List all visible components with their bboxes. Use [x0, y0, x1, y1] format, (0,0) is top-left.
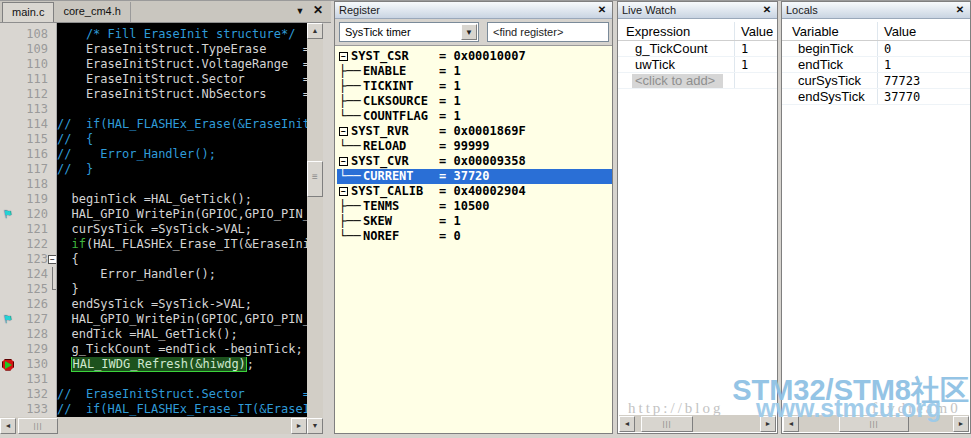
code-line[interactable]	[57, 372, 307, 387]
gutter-margin[interactable]	[0, 403, 16, 417]
tab-core-cm4-h[interactable]: core_cm4.h	[54, 2, 130, 22]
code-area[interactable]: /* Fill EraseInit structure*/ EraseInitS…	[57, 23, 307, 417]
gutter-line[interactable]: 126	[0, 297, 56, 312]
register-tree[interactable]: −SYST_CSR= 0x00010007├──ENABLE= 1├──TICK…	[335, 45, 612, 433]
watch-add-cell[interactable]: <click to add>	[618, 73, 735, 88]
code-line[interactable]: HAL_GPIO_WritePin(GPIOC,GPIO_PIN_	[57, 207, 307, 222]
code-line[interactable]: // }	[57, 162, 307, 177]
editor-vertical-scrollbar[interactable]: ▲ ▼	[307, 23, 323, 434]
column-header-expression[interactable]: Expression	[618, 22, 735, 40]
gutter-margin[interactable]	[0, 178, 16, 192]
scrollbar-track[interactable]	[635, 416, 760, 432]
code-line[interactable]: }	[57, 282, 307, 297]
gutter-margin[interactable]	[0, 103, 16, 117]
code-line[interactable]: // Error_Handler();	[57, 147, 307, 162]
scrollbar-thumb[interactable]	[641, 416, 693, 432]
scrollbar-track[interactable]	[16, 418, 291, 434]
gutter-line[interactable]: 109	[0, 42, 56, 57]
register-row[interactable]: └──CURRENT= 37720	[335, 169, 612, 184]
locals-horizontal-scrollbar[interactable]: ◄ ►	[783, 415, 969, 432]
code-line[interactable]: beginTick =HAL_GetTick();	[57, 192, 307, 207]
watch-add-row[interactable]: <click to add>	[618, 73, 777, 89]
gutter-line[interactable]: 113	[0, 102, 56, 117]
gutter-line[interactable]: 124	[0, 267, 56, 282]
fold-collapse-icon[interactable]: −	[48, 255, 57, 264]
code-line[interactable]: EraseInitStruct.NbSectors = 1	[57, 87, 307, 102]
code-line[interactable]	[57, 177, 307, 192]
register-row[interactable]: └──NOREF= 0	[335, 229, 612, 244]
gutter-margin[interactable]	[0, 88, 16, 102]
gutter-line[interactable]: 121	[0, 222, 56, 237]
scrollbar-track[interactable]	[307, 39, 323, 418]
code-line[interactable]: // if(HAL_FLASHEx_Erase_IT(&EraseI	[57, 402, 307, 417]
editor-close-icon[interactable]: ✕	[310, 3, 326, 17]
gutter-margin[interactable]	[0, 118, 16, 132]
code-line[interactable]: EraseInitStruct.VoltageRange = F	[57, 57, 307, 72]
watch-row[interactable]: g_TickCount1	[618, 41, 777, 57]
gutter-line[interactable]: 118	[0, 177, 56, 192]
gutter-line[interactable]: 117	[0, 162, 56, 177]
code-line[interactable]: g_TickCount =endTick -beginTick;	[57, 342, 307, 357]
local-row[interactable]: curSysTick77723	[782, 73, 970, 89]
tab-main-c[interactable]: main.c	[2, 2, 54, 22]
scroll-left-icon[interactable]: ◄	[0, 418, 16, 434]
scroll-down-icon[interactable]: ▼	[307, 418, 323, 434]
gutter-margin[interactable]	[0, 298, 16, 312]
gutter-line[interactable]: 131	[0, 372, 56, 387]
editor-gutter[interactable]: 108109110111112113114115116117118119⚑120…	[0, 23, 57, 417]
gutter-margin[interactable]	[0, 223, 16, 237]
gutter-margin[interactable]	[0, 43, 16, 57]
gutter-line[interactable]: 116	[0, 147, 56, 162]
column-header-value[interactable]: Value	[878, 24, 970, 39]
scrollbar-thumb[interactable]	[18, 418, 58, 434]
watch-row[interactable]: uwTick1	[618, 57, 777, 73]
scrollbar-thumb[interactable]	[307, 161, 323, 197]
register-row[interactable]: ├──ENABLE= 1	[335, 64, 612, 79]
chevron-down-icon[interactable]: ▼	[461, 24, 477, 40]
register-row[interactable]: ├──TENMS= 10500	[335, 199, 612, 214]
code-line[interactable]: endTick =HAL_GetTick();	[57, 327, 307, 342]
tree-collapse-icon[interactable]: −	[339, 52, 348, 61]
local-row[interactable]: endTick1	[782, 57, 970, 73]
register-row[interactable]: −SYST_CSR= 0x00010007	[335, 49, 612, 64]
column-header-value[interactable]: Value	[735, 24, 777, 39]
gutter-margin[interactable]	[0, 328, 16, 342]
register-row[interactable]: −SYST_CALIB= 0x40002904	[335, 184, 612, 199]
gutter-line[interactable]: 110	[0, 57, 56, 72]
code-line[interactable]: EraseInitStruct.TypeErase = F	[57, 42, 307, 57]
code-line[interactable]: /* Fill EraseInit structure*/	[57, 27, 307, 42]
column-header-variable[interactable]: Variable	[782, 22, 878, 40]
close-icon[interactable]: ✕	[953, 3, 967, 17]
gutter-line[interactable]: 114	[0, 117, 56, 132]
code-line[interactable]: // EraseInitStruct.Sector =	[57, 387, 307, 402]
gutter-margin[interactable]	[0, 343, 16, 357]
scroll-right-icon[interactable]: ►	[953, 416, 969, 432]
scroll-left-icon[interactable]: ◄	[783, 416, 799, 432]
gutter-margin[interactable]	[0, 163, 16, 177]
register-row[interactable]: └──RELOAD= 99999	[335, 139, 612, 154]
code-line[interactable]: HAL_GPIO_WritePin(GPIOC,GPIO_PIN_	[57, 312, 307, 327]
gutter-line[interactable]: 132	[0, 387, 56, 402]
gutter-line[interactable]: 119	[0, 192, 56, 207]
scroll-right-icon[interactable]: ►	[291, 418, 307, 434]
find-register-input[interactable]	[487, 22, 609, 42]
gutter-line[interactable]: 123−	[0, 252, 56, 267]
close-icon[interactable]: ✕	[760, 3, 774, 17]
gutter-line[interactable]: 128	[0, 327, 56, 342]
gutter-margin[interactable]	[0, 193, 16, 207]
gutter-margin[interactable]	[0, 28, 16, 42]
register-row[interactable]: −SYST_RVR= 0x0001869F	[335, 124, 612, 139]
local-row[interactable]: beginTick0	[782, 41, 970, 57]
tree-collapse-icon[interactable]: −	[339, 127, 348, 136]
code-line[interactable]: // if(HAL_FLASHEx_Erase(&EraseInit	[57, 117, 307, 132]
scrollbar-track[interactable]	[799, 416, 953, 432]
register-row[interactable]: └──COUNTFLAG= 1	[335, 109, 612, 124]
gutter-margin[interactable]	[0, 73, 16, 87]
breakpoint-icon[interactable]: ⚑	[0, 311, 17, 328]
editor-horizontal-scrollbar[interactable]: ◄ ►	[0, 417, 307, 434]
gutter-line[interactable]: 111	[0, 72, 56, 87]
gutter-margin[interactable]	[0, 388, 16, 402]
register-row[interactable]: −SYST_CVR= 0x00009358	[335, 154, 612, 169]
code-line[interactable]: if(HAL_FLASHEx_Erase_IT(&EraseIni	[57, 237, 307, 252]
gutter-margin[interactable]	[0, 373, 16, 387]
